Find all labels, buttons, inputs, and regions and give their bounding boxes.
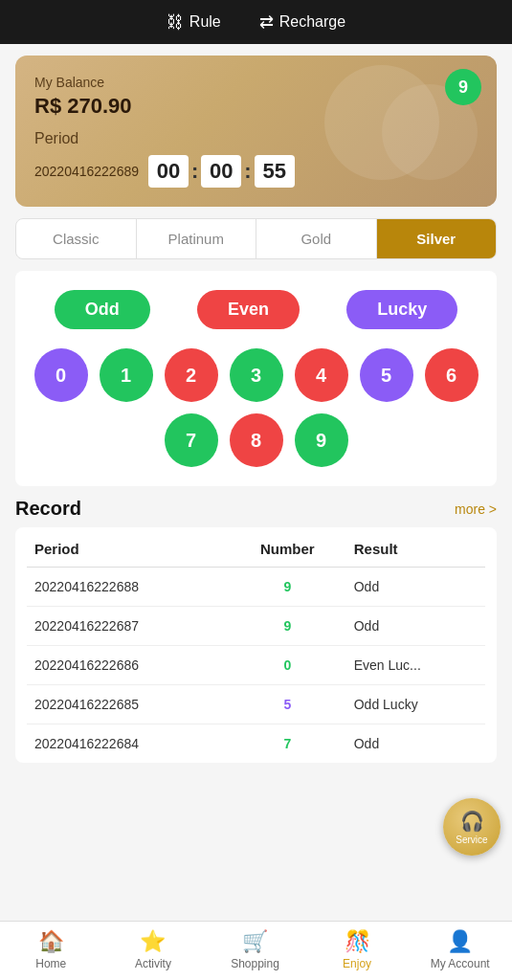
record-title: Record <box>15 498 81 520</box>
shopping-icon: 🛒 <box>242 929 268 954</box>
period-row: 20220416222689 00 : 00 : 55 <box>34 155 478 188</box>
nav-enjoy-label: Enjoy <box>343 957 371 970</box>
num-8[interactable]: 8 <box>230 413 283 467</box>
row-number: 0 <box>229 646 346 685</box>
balance-card: My Balance R$ 270.90 Period 202204162226… <box>15 56 497 207</box>
num-7[interactable]: 7 <box>165 413 218 467</box>
recharge-label: Recharge <box>279 13 345 31</box>
balance-label: My Balance <box>34 75 478 90</box>
table-row: 20220416222687 9 Odd <box>27 607 485 646</box>
record-more-button[interactable]: more > <box>455 501 497 517</box>
tabs-container: Classic Platinum Gold Silver <box>15 218 497 259</box>
num-2[interactable]: 2 <box>165 348 218 402</box>
num-5[interactable]: 5 <box>360 348 413 402</box>
recharge-icon: ⇄ <box>259 11 274 33</box>
rule-button[interactable]: ⛓ Rule <box>167 12 221 33</box>
rule-label: Rule <box>189 13 221 31</box>
tab-classic[interactable]: Classic <box>16 219 137 258</box>
row-number: 9 <box>229 568 346 607</box>
timer-box: 00 : 00 : 55 <box>148 155 295 188</box>
timer-seconds: 55 <box>255 155 295 188</box>
activity-icon: ⭐ <box>140 929 166 954</box>
nav-home-label: Home <box>35 957 66 970</box>
nav-home[interactable]: 🏠 Home <box>22 929 79 970</box>
num-4[interactable]: 4 <box>295 348 348 402</box>
account-icon: 👤 <box>447 929 473 954</box>
num-9[interactable]: 9 <box>295 413 348 467</box>
record-table: Period Number Result 20220416222688 9 Od… <box>15 527 497 763</box>
row-period: 20220416222687 <box>27 607 229 646</box>
table-row: 20220416222684 7 Odd <box>27 724 485 764</box>
row-period: 20220416222686 <box>27 646 229 685</box>
badge-circle: 9 <box>445 69 481 105</box>
col-number: Number <box>229 527 346 568</box>
nav-activity-label: Activity <box>135 957 171 970</box>
nav-activity[interactable]: ⭐ Activity <box>124 929 182 970</box>
row-period: 20220416222688 <box>27 568 229 607</box>
recharge-button[interactable]: ⇄ Recharge <box>259 11 345 33</box>
tab-gold[interactable]: Gold <box>256 219 377 258</box>
service-icon: 🎧 <box>460 810 484 833</box>
num-1[interactable]: 1 <box>100 348 153 402</box>
row-number: 9 <box>229 607 346 646</box>
row-number: 5 <box>229 685 346 724</box>
row-period: 20220416222685 <box>27 685 229 724</box>
row-result: Even Luc... <box>346 646 485 685</box>
nav-shopping[interactable]: 🛒 Shopping <box>226 929 283 970</box>
home-icon: 🏠 <box>38 929 64 954</box>
timer-colon-1: : <box>191 159 198 184</box>
lucky-button[interactable]: Lucky <box>346 290 457 329</box>
col-result: Result <box>346 527 485 568</box>
nav-enjoy[interactable]: 🎊 Enjoy <box>328 929 386 970</box>
timer-colon-2: : <box>244 159 251 184</box>
odd-button[interactable]: Odd <box>55 290 150 329</box>
table-row: 20220416222686 0 Even Luc... <box>27 646 485 685</box>
balance-amount: R$ 270.90 <box>34 94 478 119</box>
num-6[interactable]: 6 <box>425 348 479 402</box>
row-result: Odd <box>346 568 485 607</box>
bet-buttons: Odd Even Lucky <box>31 290 481 329</box>
period-label: Period <box>34 130 478 147</box>
enjoy-icon: 🎊 <box>345 929 370 954</box>
num-3[interactable]: 3 <box>230 348 283 402</box>
nav-myaccount[interactable]: 👤 My Account <box>431 929 490 970</box>
nav-account-label: My Account <box>431 957 490 970</box>
row-result: Odd <box>346 607 485 646</box>
table-row: 20220416222685 5 Odd Lucky <box>27 685 485 724</box>
service-label: Service <box>456 835 487 845</box>
number-grid: 0 1 2 3 4 5 6 7 8 9 <box>31 348 481 467</box>
top-bar: ⛓ Rule ⇄ Recharge <box>0 0 512 44</box>
service-bubble[interactable]: 🎧 Service <box>443 798 501 856</box>
row-period: 20220416222684 <box>27 724 229 764</box>
num-0[interactable]: 0 <box>34 348 88 402</box>
timer-hours: 00 <box>148 155 189 188</box>
period-id: 20220416222689 <box>34 164 139 179</box>
nav-shopping-label: Shopping <box>231 957 279 970</box>
timer-minutes: 00 <box>201 155 241 188</box>
tab-silver[interactable]: Silver <box>377 219 497 258</box>
row-result: Odd Lucky <box>346 685 485 724</box>
tab-platinum[interactable]: Platinum <box>137 219 257 258</box>
col-period: Period <box>27 527 229 568</box>
row-number: 7 <box>229 724 346 764</box>
game-panel: Odd Even Lucky 0 1 2 3 4 5 6 7 8 9 <box>15 271 497 486</box>
bottom-nav: 🏠 Home ⭐ Activity 🛒 Shopping 🎊 Enjoy 👤 M… <box>0 921 512 980</box>
table-row: 20220416222688 9 Odd <box>27 568 485 607</box>
even-button[interactable]: Even <box>197 290 300 329</box>
record-header: Record more > <box>15 498 497 520</box>
row-result: Odd <box>346 724 485 764</box>
rule-icon: ⛓ <box>167 12 184 33</box>
